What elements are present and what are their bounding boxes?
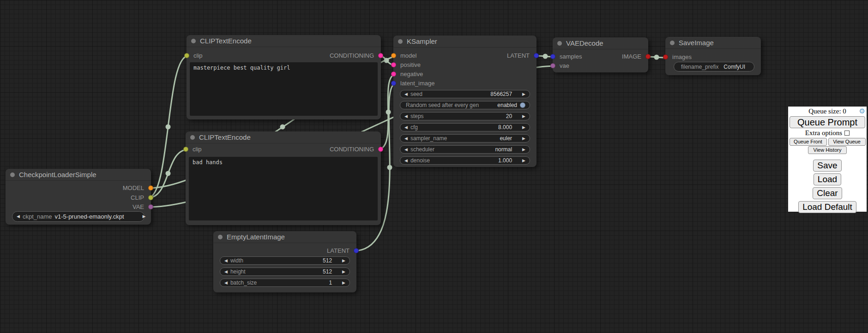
latent-image-input-slot[interactable] — [391, 81, 396, 86]
node-title: CheckpointLoaderSimple — [19, 171, 96, 178]
prompt-textarea[interactable]: masterpiece best quality girl — [190, 62, 378, 116]
output-label: LATENT — [507, 51, 530, 60]
model-input-slot[interactable] — [391, 53, 396, 58]
arrow-right-icon[interactable]: ▶ — [342, 270, 345, 274]
denoise-widget[interactable]: ◀ denoise 1.000 ▶ — [400, 156, 530, 165]
collapse-dot-icon[interactable] — [191, 39, 196, 43]
queue-front-button[interactable]: Queue Front — [790, 138, 827, 146]
output-label: LATENT — [327, 246, 350, 256]
clip-output-slot[interactable] — [148, 195, 153, 200]
node-save-image[interactable]: SaveImage images filename_prefix ComfyUI — [665, 37, 761, 75]
node-title: EmptyLatentImage — [227, 233, 285, 241]
scheduler-widget[interactable]: ◀ scheduler normal ▶ — [400, 145, 530, 154]
vae-output-slot[interactable] — [148, 204, 153, 209]
positive-input-slot[interactable] — [391, 62, 396, 67]
vae-input-slot[interactable] — [550, 63, 555, 68]
negative-input-slot[interactable] — [391, 71, 396, 77]
input-label: positive — [400, 60, 421, 70]
arrow-right-icon[interactable]: ▶ — [522, 114, 525, 119]
width-widget[interactable]: ◀ width 512 ▶ — [220, 256, 350, 265]
widget-label: filename_prefix — [681, 64, 718, 70]
extra-options-checkbox[interactable] — [844, 131, 850, 136]
arrow-left-icon[interactable]: ◀ — [404, 114, 408, 119]
height-widget[interactable]: ◀ height 512 ▶ — [220, 268, 350, 276]
collapse-dot-icon[interactable] — [670, 41, 675, 45]
samples-input-slot[interactable] — [550, 54, 555, 59]
arrow-right-icon[interactable]: ▶ — [522, 92, 525, 96]
load-button[interactable]: Load — [814, 173, 841, 185]
node-empty-latent-image[interactable]: EmptyLatentImage LATENT ◀ width 512 ▶ ◀ … — [213, 231, 356, 292]
node-checkpoint-loader[interactable]: CheckpointLoaderSimple MODEL CLIP VAE ◀ … — [6, 169, 151, 225]
arrow-left-icon[interactable]: ◀ — [224, 281, 228, 285]
arrow-left-icon[interactable]: ◀ — [404, 159, 408, 163]
widget-value: enabled — [497, 102, 517, 108]
load-default-button[interactable]: Load Default — [798, 201, 856, 213]
widget-value: 512 — [323, 268, 332, 275]
widget-value: euler — [500, 135, 512, 142]
conditioning-output-slot[interactable] — [378, 147, 383, 152]
arrow-left-icon[interactable]: ◀ — [224, 259, 228, 263]
ckpt-name-widget[interactable]: ◀ ckpt_name v1-5-pruned-emaonly.ckpt ▶ — [12, 211, 145, 222]
node-canvas[interactable]: { "icons": { "arrow_left": "◀", "arrow_r… — [0, 0, 868, 333]
model-output-slot[interactable] — [148, 185, 153, 190]
images-input-slot[interactable] — [663, 54, 668, 59]
node-title: CLIPTextEncode — [199, 133, 251, 141]
conditioning-output-slot[interactable] — [378, 53, 383, 58]
arrow-left-icon[interactable]: ◀ — [404, 137, 408, 141]
arrow-right-icon[interactable]: ▶ — [522, 125, 525, 130]
prompt-textarea[interactable]: bad hands — [189, 157, 378, 220]
cfg-widget[interactable]: ◀ cfg 8.000 ▶ — [400, 123, 530, 131]
queue-prompt-button[interactable]: Queue Prompt — [790, 116, 865, 128]
arrow-right-icon[interactable]: ▶ — [522, 148, 525, 152]
output-label: MODEL — [123, 184, 144, 193]
batch-size-widget[interactable]: ◀ batch_size 1 ▶ — [220, 279, 350, 287]
clip-input-slot[interactable] — [183, 147, 188, 152]
seed-widget[interactable]: ◀ seed 8566257 ▶ — [400, 90, 530, 98]
widget-label: height — [230, 268, 246, 275]
node-ksampler[interactable]: KSampler model LATENT positive negative … — [393, 36, 536, 167]
view-history-button[interactable]: View History — [808, 146, 847, 154]
arrow-right-icon[interactable]: ▶ — [143, 214, 146, 219]
arrow-left-icon[interactable]: ◀ — [224, 270, 228, 274]
collapse-dot-icon[interactable] — [10, 172, 15, 177]
arrow-right-icon[interactable]: ▶ — [342, 281, 345, 285]
sampler-name-widget[interactable]: ◀ sampler_name euler ▶ — [400, 134, 530, 143]
node-title-bar[interactable]: KSampler — [393, 36, 536, 48]
image-output-slot[interactable] — [645, 54, 651, 59]
comfy-menu-panel: Queue size: 0 ⚙ Queue Prompt Extra optio… — [788, 107, 867, 212]
collapse-dot-icon[interactable] — [398, 39, 403, 44]
node-title-bar[interactable]: SaveImage — [665, 37, 761, 49]
collapse-dot-icon[interactable] — [218, 235, 223, 239]
random-seed-toggle-widget[interactable]: Random seed after every gen enabled — [400, 101, 530, 109]
node-title-bar[interactable]: CLIPTextEncode — [187, 35, 381, 47]
arrow-left-icon[interactable]: ◀ — [17, 214, 20, 219]
filename-prefix-widget[interactable]: filename_prefix ComfyUI — [674, 62, 754, 71]
clip-input-slot[interactable] — [184, 53, 189, 58]
widget-label: Random seed after every gen — [406, 102, 479, 108]
arrow-left-icon[interactable]: ◀ — [404, 148, 408, 152]
latent-output-slot[interactable] — [534, 53, 539, 58]
arrow-left-icon[interactable]: ◀ — [404, 92, 408, 96]
collapse-dot-icon[interactable] — [190, 135, 195, 140]
latent-output-slot[interactable] — [354, 248, 359, 253]
output-label: VAE — [133, 202, 144, 212]
clear-button[interactable]: Clear — [813, 187, 842, 199]
settings-gear-icon[interactable]: ⚙ — [859, 107, 865, 115]
node-clip-text-encode-negative[interactable]: CLIPTextEncode clip CONDITIONING bad han… — [186, 131, 381, 225]
node-title: SaveImage — [679, 39, 714, 47]
node-title-bar[interactable]: CheckpointLoaderSimple — [6, 169, 151, 181]
collapse-dot-icon[interactable] — [557, 41, 562, 46]
arrow-right-icon[interactable]: ▶ — [522, 137, 525, 141]
node-vae-decode[interactable]: VAEDecode samples IMAGE vae — [553, 37, 648, 72]
arrow-right-icon[interactable]: ▶ — [342, 259, 345, 263]
save-button[interactable]: Save — [813, 160, 841, 172]
node-title-bar[interactable]: VAEDecode — [553, 37, 648, 49]
view-queue-button[interactable]: View Queue — [828, 138, 866, 146]
toggle-dot-icon[interactable] — [520, 102, 525, 108]
node-clip-text-encode-positive[interactable]: CLIPTextEncode clip CONDITIONING masterp… — [187, 35, 381, 119]
node-title-bar[interactable]: CLIPTextEncode — [186, 131, 381, 143]
steps-widget[interactable]: ◀ steps 20 ▶ — [400, 112, 530, 120]
arrow-right-icon[interactable]: ▶ — [522, 159, 525, 163]
arrow-left-icon[interactable]: ◀ — [404, 125, 408, 130]
node-title-bar[interactable]: EmptyLatentImage — [213, 231, 356, 243]
